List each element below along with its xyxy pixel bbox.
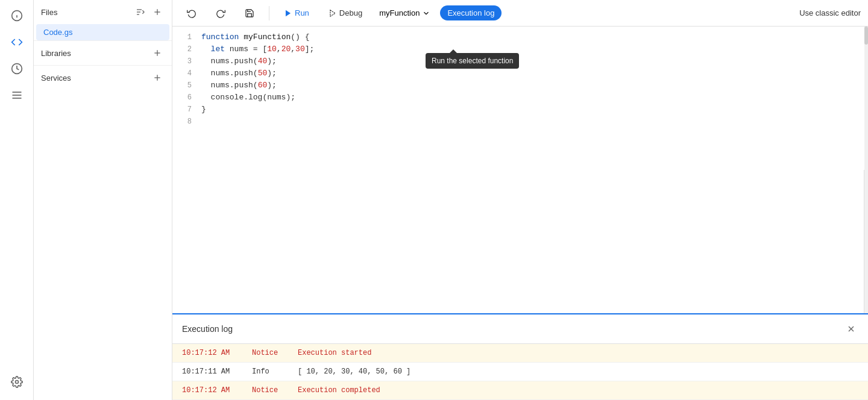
line-content-3: nums.push(40); <box>201 55 868 67</box>
line-num-8: 8 <box>172 116 201 128</box>
line-content-2: let nums = [10,20,30]; <box>201 43 868 55</box>
file-code-gs[interactable]: Code.gs <box>36 24 169 40</box>
function-name: myFunction <box>379 8 420 17</box>
log-level-2: Info <box>252 367 288 376</box>
code-line-5: 5 nums.push(60); <box>172 80 868 92</box>
toolbar: Run Debug myFunction Execution log Use c… <box>172 0 868 27</box>
info-icon-btn[interactable] <box>6 5 28 27</box>
redo-button[interactable] <box>209 5 233 21</box>
execution-log-body: 10:17:12 AM Notice Execution started 10:… <box>172 344 868 400</box>
code-editor: Run the selected function 1 function myF… <box>172 27 868 313</box>
save-button[interactable] <box>237 5 262 21</box>
function-selector[interactable]: myFunction <box>374 6 435 20</box>
run-label: Run <box>295 8 309 17</box>
log-row-1: 10:17:12 AM Notice Execution started <box>172 344 868 363</box>
history-icon-btn[interactable] <box>6 58 28 80</box>
log-row-2: 10:17:11 AM Info [ 10, 20, 30, 40, 50, 6… <box>172 363 868 381</box>
line-content-5: nums.push(60); <box>201 80 868 92</box>
add-library-icon[interactable] <box>150 46 165 60</box>
code-line-6: 6 console.log(nums); <box>172 92 868 104</box>
libraries-label: Libraries <box>41 49 71 58</box>
debug-label: Debug <box>339 8 362 17</box>
execution-log-title: Execution log <box>182 324 233 334</box>
libraries-section[interactable]: Libraries <box>34 40 172 65</box>
svg-marker-17 <box>286 10 291 16</box>
execution-log-header: Execution log <box>172 314 868 344</box>
code-line-1: 1 function myFunction() { <box>172 31 868 43</box>
toolbar-divider-1 <box>269 6 269 20</box>
add-service-icon[interactable] <box>150 70 165 85</box>
debug-button[interactable]: Debug <box>321 5 370 20</box>
trigger-icon-btn[interactable] <box>6 84 28 106</box>
log-level-1: Notice <box>252 349 288 357</box>
line-num-5: 5 <box>172 80 201 92</box>
classic-editor-link[interactable]: Use classic editor <box>799 8 861 17</box>
svg-point-7 <box>15 381 18 384</box>
resize-handle <box>864 170 864 313</box>
code-line-4: 4 nums.push(50); <box>172 67 868 80</box>
line-num-4: 4 <box>172 67 201 80</box>
log-message-2: [ 10, 20, 30, 40, 50, 60 ] <box>298 367 410 376</box>
line-num-3: 3 <box>172 55 201 67</box>
svg-marker-18 <box>330 10 335 16</box>
files-section-header: Files <box>34 0 172 24</box>
services-label: Services <box>41 73 71 83</box>
files-label: Files <box>41 8 57 17</box>
log-time-2: 10:17:11 AM <box>182 367 242 376</box>
log-message-3: Execution completed <box>298 386 380 395</box>
log-row-3: 10:17:12 AM Notice Execution completed <box>172 381 868 400</box>
scrollbar-thumb[interactable] <box>864 27 868 45</box>
execution-log-panel: Execution log 10:17:12 AM Notice Executi… <box>172 313 868 400</box>
undo-button[interactable] <box>180 5 204 21</box>
sort-icon[interactable] <box>133 5 148 19</box>
main-area: Run Debug myFunction Execution log Use c… <box>172 0 868 400</box>
line-content-6: console.log(nums); <box>201 92 868 104</box>
line-content-7: } <box>201 104 868 116</box>
run-button[interactable]: Run <box>277 5 316 20</box>
execution-log-button[interactable]: Execution log <box>440 5 502 20</box>
log-time-1: 10:17:12 AM <box>182 349 242 357</box>
scrollbar-track <box>864 27 868 313</box>
line-num-6: 6 <box>172 92 201 104</box>
line-num-1: 1 <box>172 31 201 43</box>
execution-log-label: Execution log <box>447 8 494 17</box>
code-icon-btn[interactable] <box>6 31 28 53</box>
code-area[interactable]: 1 function myFunction() { 2 let nums = [… <box>172 27 868 313</box>
code-line-2: 2 let nums = [10,20,30]; <box>172 43 868 55</box>
add-file-icon[interactable] <box>150 5 165 19</box>
log-message-1: Execution started <box>298 349 371 357</box>
icon-bar <box>0 0 34 400</box>
code-line-3: 3 nums.push(40); <box>172 55 868 67</box>
line-num-7: 7 <box>172 104 201 116</box>
log-level-3: Notice <box>252 386 288 395</box>
code-line-8: 8 <box>172 116 868 128</box>
code-line-7: 7 } <box>172 104 868 116</box>
settings-icon-btn[interactable] <box>6 371 28 393</box>
services-section[interactable]: Services <box>34 65 172 90</box>
line-num-2: 2 <box>172 43 201 55</box>
line-content-1: function myFunction() { <box>201 31 868 43</box>
line-content-4: nums.push(50); <box>201 67 868 80</box>
sidebar: Files Code.gs Libraries <box>34 0 172 400</box>
execution-log-close-button[interactable] <box>844 322 858 336</box>
log-time-3: 10:17:12 AM <box>182 386 242 395</box>
